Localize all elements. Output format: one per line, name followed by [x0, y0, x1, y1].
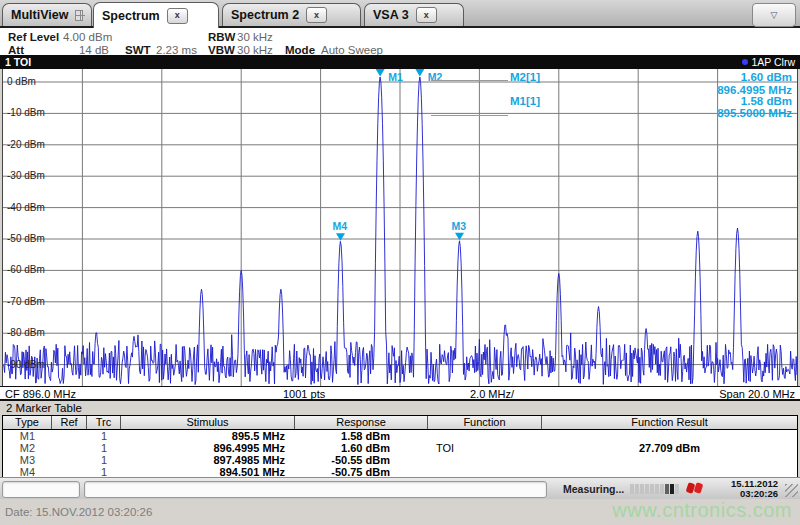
table-row[interactable]: M3 1 897.4985 MHz -50.55 dBm — [3, 454, 797, 466]
tab-vsa3-close-icon[interactable]: x — [416, 7, 437, 23]
tab-vsa3-label: VSA 3 — [373, 8, 409, 22]
y-axis-tick: -80 dBm — [7, 327, 45, 338]
status-time: 03:20:26 — [731, 489, 778, 499]
readout-leader-line — [431, 80, 508, 81]
tab-multiview[interactable]: MultiView — [2, 3, 92, 26]
readout-leader-line — [431, 115, 508, 116]
tab-spectrum2-close-icon[interactable]: x — [306, 7, 327, 23]
chevron-down-icon: ▽ — [771, 10, 778, 20]
marker-table-header: Type Ref Trc Stimulus Response Function … — [3, 415, 797, 430]
ref-level-value[interactable]: 4.00 dBm — [63, 31, 109, 43]
y-axis-tick: -90 dBm — [7, 359, 45, 370]
tab-spectrum[interactable]: Spectrum x — [93, 2, 219, 28]
marker-table-title: 2 Marker Table — [6, 402, 82, 414]
y-axis-tick: -10 dBm — [7, 107, 45, 118]
ref-level-label: Ref Level — [8, 31, 59, 43]
trace-canvas — [3, 69, 797, 386]
span-label[interactable]: Span 20.0 MHz — [719, 388, 795, 400]
marker-label-m4[interactable]: M4 — [332, 220, 347, 232]
readout-m2-name: M2[1] — [510, 71, 540, 83]
multiview-grid-icon — [75, 10, 83, 21]
tab-vsa3[interactable]: VSA 3 x — [364, 3, 464, 26]
col-function: Function — [428, 416, 542, 429]
rbw-value[interactable]: 30 kHz — [237, 31, 273, 43]
y-axis-tick: -70 dBm — [7, 296, 45, 307]
status-field-left — [2, 481, 80, 498]
y-axis-tick: 0 dBm — [7, 76, 36, 87]
y-axis-tick: -60 dBm — [7, 264, 45, 275]
measuring-status-text: Measuring... — [563, 483, 624, 495]
spectrum-plot[interactable]: 0 dBm -10 dBm -20 dBm -30 dBm -40 dBm -5… — [2, 69, 798, 386]
readout-m1-value: 1.58 dBm — [741, 95, 792, 107]
table-row[interactable]: M2 1 896.4995 MHz 1.60 dBm TOI 27.709 dB… — [3, 442, 797, 454]
sweep-points-label: 1001 pts — [283, 388, 325, 400]
col-stimulus: Stimulus — [121, 416, 295, 429]
x-axis-bar: CF 896.0 MHz 1001 pts 2.0 MHz/ Span 20.0… — [0, 386, 800, 401]
tab-spectrum-close-icon[interactable]: x — [167, 8, 188, 24]
desktop-date-text: Date: 15.NOV.2012 03:20:26 — [5, 506, 152, 518]
settings-header: Ref Level 4.00 dBm Att 14 dB SWT 2.23 ms… — [0, 28, 800, 55]
window-title: 1 TOI — [5, 56, 31, 68]
resize-grip-icon[interactable] — [785, 484, 798, 497]
per-division-label: 2.0 MHz/ — [470, 388, 514, 400]
marker-table: Type Ref Trc Stimulus Response Function … — [2, 415, 798, 479]
center-frequency-label[interactable]: CF 896.0 MHz — [5, 388, 76, 400]
y-axis-tick: -40 dBm — [7, 202, 45, 213]
sweep-progress-bar — [630, 484, 679, 494]
marker-label-m3[interactable]: M3 — [451, 220, 466, 232]
window-title-bar: 1 TOI 1AP Clrw — [0, 55, 800, 69]
y-axis-tick: -30 dBm — [7, 170, 45, 181]
y-axis-tick: -50 dBm — [7, 233, 45, 244]
rbw-label: RBW — [208, 31, 235, 43]
status-red-alert-icon — [687, 483, 705, 495]
tab-bar: MultiView Spectrum x Spectrum 2 x VSA 3 … — [0, 0, 800, 28]
readout-m2-value: 1.60 dBm — [741, 71, 792, 83]
marker-icon-m4[interactable] — [336, 233, 345, 241]
col-response: Response — [295, 416, 428, 429]
tab-multiview-label: MultiView — [11, 8, 68, 22]
col-ref: Ref — [52, 416, 87, 429]
readout-m1-freq: 895.5000 MHz — [717, 107, 792, 119]
marker-label-m2[interactable]: M2 — [428, 71, 443, 83]
status-datetime: 15.11.2012 03:20:26 — [731, 479, 778, 499]
tab-spectrum2[interactable]: Spectrum 2 x — [222, 3, 361, 26]
spectrum-analyzer-screen: MultiView Spectrum x Spectrum 2 x VSA 3 … — [0, 0, 800, 525]
table-row[interactable]: M1 1 895.5 MHz 1.58 dBm — [3, 430, 797, 442]
tab-spectrum-label: Spectrum — [102, 9, 160, 23]
tab-list-dropdown-button[interactable]: ▽ — [752, 3, 796, 27]
trace-color-dot-icon — [742, 59, 748, 65]
tab-spectrum2-label: Spectrum 2 — [231, 8, 299, 22]
marker-icon-m2[interactable] — [415, 69, 424, 76]
trace-mode-label: 1AP Clrw — [751, 56, 795, 68]
readout-m1-name: M1[1] — [510, 95, 540, 107]
col-trc: Trc — [87, 416, 121, 429]
col-type: Type — [3, 416, 52, 429]
marker-label-m1[interactable]: M1 — [388, 71, 403, 83]
y-axis-tick: -20 dBm — [7, 139, 45, 150]
marker-icon-m1[interactable] — [376, 69, 385, 77]
col-function-result: Function Result — [542, 416, 797, 429]
status-bar: Measuring... 15.11.2012 03:20:26 — [0, 477, 800, 499]
watermark-text: www.cntronics.com — [612, 499, 792, 522]
status-message-field — [84, 481, 547, 498]
